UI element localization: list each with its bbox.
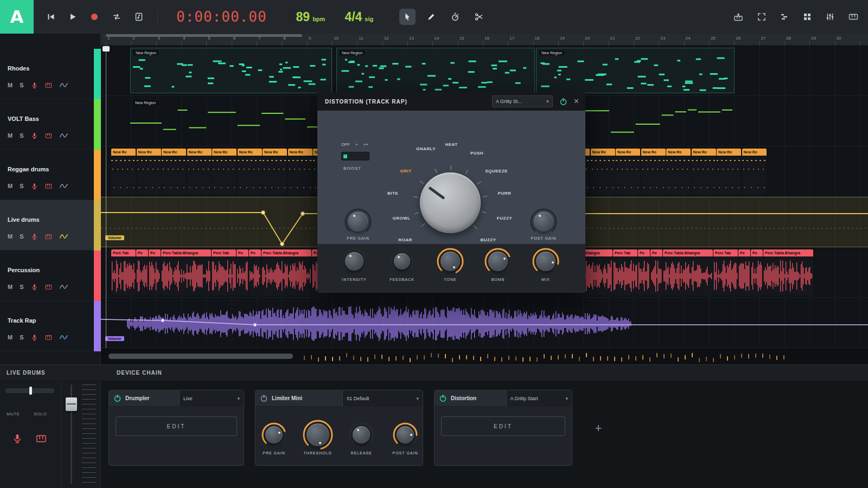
midi-instrument-icon[interactable]: [45, 233, 52, 240]
add-device-button[interactable]: +: [590, 420, 607, 436]
device-edit-button[interactable]: EDIT: [441, 416, 565, 436]
keyboard-icon[interactable]: [848, 12, 858, 21]
device-preset-select[interactable]: 01 Default▾: [342, 390, 423, 407]
solo-button[interactable]: S: [20, 284, 23, 290]
track-header-live-drums[interactable]: Live drumsMS: [0, 200, 101, 251]
timeline-zoom-scrollbar[interactable]: [106, 34, 302, 37]
record-arm-icon[interactable]: [31, 284, 38, 291]
track-header-volt-bass[interactable]: VOLT BassMS: [0, 99, 101, 150]
mute-button[interactable]: MUTE: [7, 412, 20, 416]
mute-button[interactable]: M: [8, 334, 12, 341]
post-gain-knob[interactable]: [393, 422, 418, 447]
automation-icon[interactable]: [59, 132, 68, 139]
solo-button[interactable]: S: [20, 334, 23, 341]
knob-face[interactable]: [307, 423, 329, 446]
dial-option-bite[interactable]: BITE: [387, 191, 398, 196]
post-gain-knob[interactable]: [530, 208, 557, 235]
preset-select[interactable]: A Gritty St... ▾: [492, 95, 553, 107]
audio-clip[interactable]: New Re: [641, 149, 666, 195]
instrument-icon[interactable]: [36, 433, 47, 444]
bpm-control[interactable]: 89 bpm: [296, 10, 326, 24]
pianoroll-icon[interactable]: [780, 12, 789, 21]
solo-button[interactable]: S: [20, 183, 23, 189]
record-arm-icon[interactable]: [31, 334, 38, 341]
boost-option[interactable]: OFF: [341, 142, 350, 147]
dial-option-push[interactable]: PUSH: [470, 151, 483, 156]
audio-clip[interactable]: Pe: [237, 249, 248, 296]
cursor-tool-button[interactable]: [399, 9, 416, 25]
audio-clip[interactable]: New Re: [111, 149, 136, 195]
audio-clip[interactable]: New Re: [616, 149, 640, 195]
audio-clip[interactable]: Pe: [751, 249, 763, 296]
bomb-knob[interactable]: [484, 248, 512, 275]
score-button[interactable]: [135, 12, 143, 21]
fullscreen-icon[interactable]: [757, 12, 766, 21]
audio-clip[interactable]: Perc Tabla Bhangra: [161, 249, 211, 296]
pre-gain-knob[interactable]: [261, 422, 286, 447]
audio-clip[interactable]: Pe: [249, 249, 261, 296]
record-arm-icon[interactable]: [31, 233, 38, 240]
audio-clip[interactable]: New Re: [288, 149, 312, 195]
automation-icon[interactable]: [59, 333, 68, 341]
dial-option-squeeze[interactable]: SQUEEZE: [485, 169, 508, 174]
midi-instrument-icon[interactable]: [45, 82, 52, 89]
track-header-rhodes[interactable]: RhodesMS: [0, 49, 101, 99]
audio-clip[interactable]: New Re: [742, 149, 767, 195]
audio-clip[interactable]: Perc Tab: [713, 249, 738, 296]
record-arm-icon[interactable]: [12, 433, 23, 444]
mute-button[interactable]: M: [8, 284, 12, 290]
audio-clip[interactable]: New Re: [692, 149, 716, 195]
power-button[interactable]: [559, 98, 567, 106]
audio-clip[interactable]: Perc Tab: [111, 249, 136, 296]
midi-region[interactable]: New Region: [536, 48, 735, 93]
pan-slider[interactable]: [5, 388, 54, 393]
knob-face[interactable]: [265, 426, 283, 444]
midi-instrument-icon[interactable]: [45, 132, 52, 139]
dial-option-grit[interactable]: GRIT: [400, 169, 411, 174]
pencil-tool-button[interactable]: [423, 9, 439, 25]
track-header-track-rap[interactable]: Track RapMS: [0, 301, 101, 351]
device-power-button[interactable]: [109, 394, 125, 402]
fader-thumb[interactable]: [66, 397, 77, 411]
solo-button[interactable]: S: [20, 132, 23, 139]
device-preset-select[interactable]: A Gritty Start▾: [506, 390, 572, 407]
knob-face[interactable]: [441, 252, 460, 271]
audio-clip[interactable]: New Re: [717, 149, 741, 195]
device-preset-select[interactable]: Live▾: [179, 390, 244, 407]
dial-option-fuzzy[interactable]: FUZZY: [497, 216, 512, 221]
track-header-percussion[interactable]: PercussionMS: [0, 251, 101, 301]
close-icon[interactable]: ×: [574, 97, 579, 106]
dial-option-heat[interactable]: HEAT: [445, 142, 457, 147]
record-arm-icon[interactable]: [31, 82, 38, 89]
automation-icon[interactable]: [59, 233, 68, 240]
skip-start-button[interactable]: [47, 12, 55, 21]
mix-knob[interactable]: [532, 248, 559, 275]
distortion-mode-knob[interactable]: [420, 172, 481, 233]
track-header-reggae-drums[interactable]: Reggae drumsMS: [0, 150, 101, 200]
audio-clip[interactable]: New Re: [187, 149, 212, 195]
audio-clip[interactable]: New Re: [162, 149, 186, 195]
audio-clip[interactable]: Perc Tab: [212, 249, 236, 296]
audio-clip[interactable]: New Re: [263, 149, 287, 195]
record-arm-icon[interactable]: [31, 183, 38, 190]
device-power-button[interactable]: [256, 394, 272, 402]
mute-button[interactable]: M: [8, 132, 12, 139]
time-display[interactable]: 0:00:00.00: [176, 9, 267, 25]
time-signature-control[interactable]: 4/4 sig: [344, 10, 373, 24]
dial-option-growl[interactable]: GROWL: [392, 216, 410, 221]
record-button[interactable]: [90, 12, 99, 21]
midi-region[interactable]: New Region: [130, 48, 332, 93]
audio-clip[interactable]: Perc Tabla Bhangra: [261, 249, 311, 296]
threshold-knob[interactable]: [303, 420, 333, 450]
knob-face[interactable]: [353, 426, 370, 444]
record-arm-icon[interactable]: [31, 132, 38, 139]
pre-gain-knob[interactable]: [344, 208, 372, 235]
knob-face[interactable]: [534, 212, 553, 232]
intensity-knob[interactable]: [341, 248, 367, 274]
audio-clip[interactable]: Pe: [149, 249, 161, 296]
mixer-icon[interactable]: [826, 12, 834, 21]
loop-button[interactable]: [112, 12, 122, 21]
mute-button[interactable]: M: [8, 82, 12, 88]
audio-clip[interactable]: New Re: [212, 149, 237, 195]
audio-clip[interactable]: Perc Tab: [613, 249, 637, 296]
